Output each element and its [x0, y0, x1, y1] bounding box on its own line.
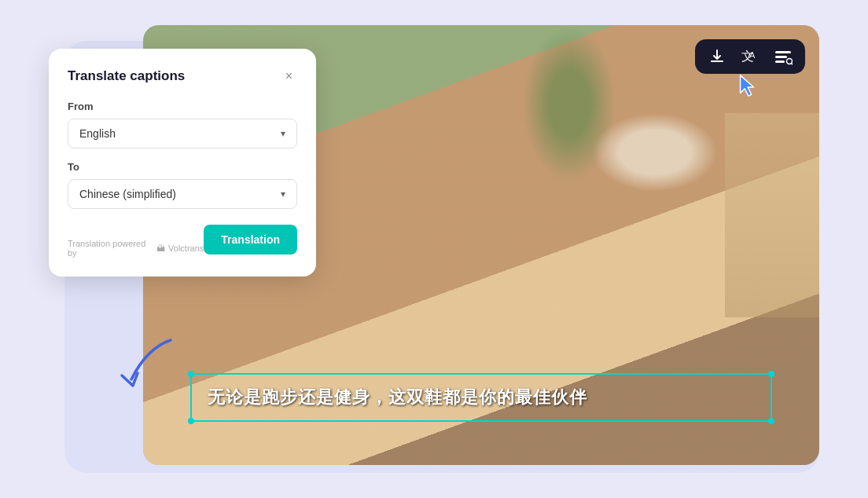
arrow-connector	[116, 332, 186, 398]
corner-dot-tr	[768, 371, 774, 377]
to-chevron-icon: ▾	[281, 189, 285, 200]
translate-button[interactable]: 文 A	[739, 46, 761, 68]
from-chevron-icon: ▾	[281, 128, 285, 139]
corner-dot-tl	[188, 371, 194, 377]
volctrans-icon: 🏔	[156, 244, 165, 253]
to-select[interactable]: Chinese (simplified) ▾	[68, 179, 297, 209]
translate-dialog: Translate captions × From English ▾ To C…	[49, 49, 316, 276]
dialog-header: Translate captions ×	[68, 68, 297, 85]
sneaker-highlight	[592, 113, 718, 192]
corner-dot-br	[768, 418, 774, 424]
svg-rect-4	[775, 60, 785, 63]
outer-wrapper: 文 A	[49, 25, 819, 473]
subtitle-overlay: 无论是跑步还是健身，这双鞋都是你的最佳伙伴	[190, 373, 772, 422]
close-button[interactable]: ×	[281, 68, 297, 85]
from-value: English	[79, 127, 116, 140]
subtitle-text: 无论是跑步还是健身，这双鞋都是你的最佳伙伴	[208, 387, 587, 407]
powered-text: Translation powered by	[68, 239, 153, 258]
dialog-title: Translate captions	[68, 68, 185, 84]
shelf-decoration	[725, 113, 819, 317]
svg-text:A: A	[749, 50, 756, 60]
svg-line-6	[792, 64, 793, 65]
from-select[interactable]: English ▾	[68, 119, 297, 148]
svg-rect-2	[775, 51, 791, 53]
to-value: Chinese (simplified)	[79, 188, 176, 200]
from-label: From	[68, 101, 297, 112]
download-button[interactable]	[706, 46, 728, 68]
powered-by: Translation powered by 🏔 Volctrans	[68, 239, 204, 258]
translation-button[interactable]: Translation	[204, 225, 297, 254]
powered-brand: Volctrans	[168, 244, 204, 253]
svg-rect-3	[775, 56, 787, 58]
to-label: To	[68, 161, 297, 173]
corner-dot-bl	[188, 418, 194, 424]
search-text-button[interactable]	[772, 46, 794, 68]
toolbar: 文 A	[695, 39, 805, 74]
